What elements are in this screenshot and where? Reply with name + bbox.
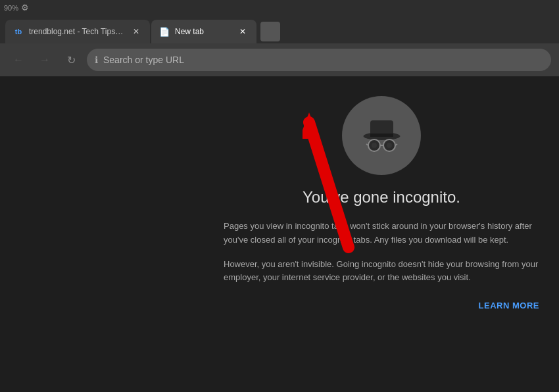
svg-rect-2	[370, 134, 393, 137]
reload-button[interactable]: ↻	[61, 49, 82, 70]
tab-bar: tb trendblog.net - Tech Tips, Tu... ✕ 📄 …	[0, 13, 559, 43]
settings-icon: ⚙	[21, 3, 29, 12]
tab-label-trendblog: trendblog.net - Tech Tips, Tu...	[29, 27, 125, 36]
new-tab-button[interactable]	[260, 22, 280, 41]
back-button[interactable]: ←	[8, 49, 29, 70]
learn-more-link[interactable]: LEARN MORE	[479, 301, 539, 310]
incognito-title: You've gone incognito.	[303, 188, 460, 207]
tab-newtab[interactable]: 📄 New tab ✕	[151, 20, 256, 43]
content-area: You've gone incognito. Pages you view in…	[0, 76, 559, 392]
back-icon: ←	[13, 54, 24, 66]
address-text: Search or type URL	[103, 55, 184, 65]
reload-icon: ↻	[67, 54, 76, 66]
forward-button[interactable]: →	[34, 49, 55, 70]
zoom-badge: 90% ⚙	[0, 0, 33, 15]
tab-favicon-newtab: 📄	[159, 26, 170, 37]
tab-close-trendblog[interactable]: ✕	[130, 26, 142, 37]
nav-bar: ← → ↻ ℹ Search or type URL	[0, 43, 559, 76]
svg-point-8	[372, 143, 377, 148]
incognito-icon	[357, 111, 406, 160]
zoom-level: 90%	[4, 4, 18, 12]
incognito-body-p1: Pages you view in incognito tabs won't s…	[224, 220, 539, 247]
tab-close-newtab[interactable]: ✕	[237, 26, 249, 37]
tab-favicon-trendblog: tb	[13, 26, 24, 37]
incognito-body: Pages you view in incognito tabs won't s…	[224, 220, 539, 295]
svg-point-9	[387, 143, 392, 148]
tab-trendblog[interactable]: tb trendblog.net - Tech Tips, Tu... ✕	[5, 20, 150, 43]
title-bar: 90% ⚙	[0, 0, 559, 13]
incognito-body-p2: However, you aren't invisible. Going inc…	[224, 258, 539, 285]
tab-label-newtab: New tab	[175, 27, 231, 36]
forward-icon: →	[39, 54, 50, 66]
incognito-content: You've gone incognito. Pages you view in…	[224, 76, 559, 310]
incognito-icon-circle	[342, 96, 421, 175]
info-icon: ℹ	[95, 55, 98, 65]
address-bar[interactable]: ℹ Search or type URL	[87, 49, 551, 71]
